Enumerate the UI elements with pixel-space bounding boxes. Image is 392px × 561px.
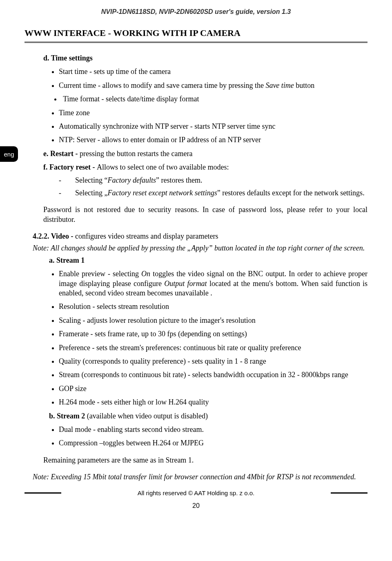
bullet-text: Time format [63, 95, 100, 103]
list-item: Time zone [59, 108, 368, 118]
list-item: Dual mode - enabling starts second video… [59, 425, 368, 434]
bullet-italic: Save time [265, 81, 294, 89]
footer-rule: All rights reserved © AAT Holding sp. z … [24, 489, 368, 496]
page-container: NVIP-1DN6118SD, NVIP-2DN6020SD user's gu… [0, 0, 392, 518]
dash-icon: - [59, 188, 75, 198]
footer-text: All rights reserved © AAT Holding sp. z … [61, 489, 331, 496]
section-f-rest: Allows to select one of two available mo… [97, 163, 229, 171]
stream2-heading-bold: b. Stream 2 [49, 412, 87, 420]
b0-ital2: Output format [164, 279, 207, 288]
b0-ital1: On [141, 270, 150, 278]
section-d-bullets: Start time - sets up time of the camera … [59, 67, 368, 145]
bullet-rest: - starts NTP server time sync [188, 122, 275, 130]
bullet-rest: - allows to enter domain or IP address o… [96, 136, 261, 144]
list-item: -Selecting „Factory reset except network… [59, 188, 368, 198]
list-item: GOP size [59, 384, 368, 393]
dash-post: ” restores defaults except for the netwo… [217, 189, 365, 197]
title-rule [24, 42, 368, 43]
stream2-bullets: Dual mode - enabling starts second video… [59, 425, 368, 448]
section-f-bold: f. Factory reset - [43, 163, 97, 171]
dash-icon: - [59, 176, 75, 185]
footer-bar-left [24, 492, 61, 494]
dash-pre: Selecting “ [75, 176, 107, 184]
list-item: Current time - allows to modify and save… [59, 81, 368, 90]
section-e-bold: e. Restart - [43, 150, 80, 158]
section-e: e. Restart - pressing the button restart… [43, 149, 368, 159]
b0-pre: Enable preview - selecting [59, 270, 141, 278]
bullet-text: Automatically synchronize with NTP serve… [59, 122, 188, 130]
section-f: f. Factory reset - Allows to select one … [43, 163, 368, 172]
stream1-heading: a. Stream 1 [49, 256, 368, 265]
dash-text: Selecting „Factory reset except network … [75, 188, 365, 198]
section-e-rest: pressing the button restarts the camera [80, 150, 192, 158]
list-item: Stream (corresponds to continuous bit ra… [59, 370, 368, 380]
doc-header: NVIP-1DN6118SD, NVIP-2DN6020SD user's gu… [24, 8, 368, 16]
dash-post: ” restores them. [156, 176, 202, 184]
footer-bar-right [331, 492, 368, 494]
list-item: Start time - sets up time of the camera [59, 67, 368, 76]
list-item: Preference - sets the stream's preferenc… [59, 343, 368, 353]
password-note: Password is not restored due to security… [43, 205, 368, 224]
list-item: NTP: Server - allows to enter domain or … [59, 135, 368, 145]
language-tab: eng [0, 146, 18, 162]
dash-ital: Factory defaults [107, 176, 156, 184]
body-content: d. Time settings Start time - sets up ti… [33, 54, 368, 482]
bullet-rest: - selects date/time display format [100, 95, 199, 103]
final-note: Note: Exceeding 15 Mbit total transfer l… [33, 472, 368, 482]
bullet-text: NTP: Server [59, 136, 96, 144]
remaining-note: Remaining parameters are the same as in … [43, 456, 368, 465]
stream2-heading: b. Stream 2 (available when video output… [49, 411, 368, 421]
section-f-dashes: -Selecting “Factory defaults” restores t… [59, 176, 368, 198]
list-item: Compression –toggles between H.264 or MJ… [59, 438, 368, 448]
list-item: Quality (corresponds to quality preferen… [59, 357, 368, 366]
list-item: Time format - selects date/time display … [61, 94, 368, 104]
video-heading-rest: configures video streams and display par… [75, 232, 218, 240]
stream1-bullets: Enable preview - selecting On toggles th… [59, 269, 368, 407]
dash-text: Selecting “Factory defaults” restores th… [75, 176, 202, 185]
list-item: Resolution - selects stream resolution [59, 302, 368, 311]
list-item: -Selecting “Factory defaults” restores t… [59, 176, 368, 185]
list-item: Automatically synchronize with NTP serve… [59, 122, 368, 131]
video-heading: 4.2.2. Video - configures video streams … [33, 232, 368, 241]
bullet-rest2: button [294, 81, 315, 89]
stream2-heading-rest: (available when video output is disabled… [87, 412, 208, 420]
list-item: Scaling - adjusts lower resolution pictu… [59, 316, 368, 325]
bullet-text: Current time [59, 81, 96, 89]
video-heading-bold: 4.2.2. Video - [33, 232, 75, 240]
section-d-heading: d. Time settings [43, 54, 368, 63]
bullet-text: Start time [59, 67, 88, 76]
list-item: Framerate - sets frame rate, up to 30 fp… [59, 329, 368, 339]
bullet-text: Time zone [59, 109, 90, 117]
bullet-rest: - sets up time of the camera [88, 67, 171, 76]
list-item: H.264 mode - sets either high or low H.2… [59, 398, 368, 407]
dash-ital: Factory reset except network settings [107, 189, 217, 197]
dash-pre: Selecting „ [75, 189, 107, 197]
bullet-rest: - allows to modify and save camera time … [96, 81, 265, 89]
video-note: Note: All changes should be applied by p… [33, 244, 368, 253]
page-number: 20 [24, 502, 368, 510]
list-item: Enable preview - selecting On toggles th… [59, 269, 368, 298]
page-title: WWW INTERFACE - WORKING WITH IP CAMERA [24, 28, 368, 38]
